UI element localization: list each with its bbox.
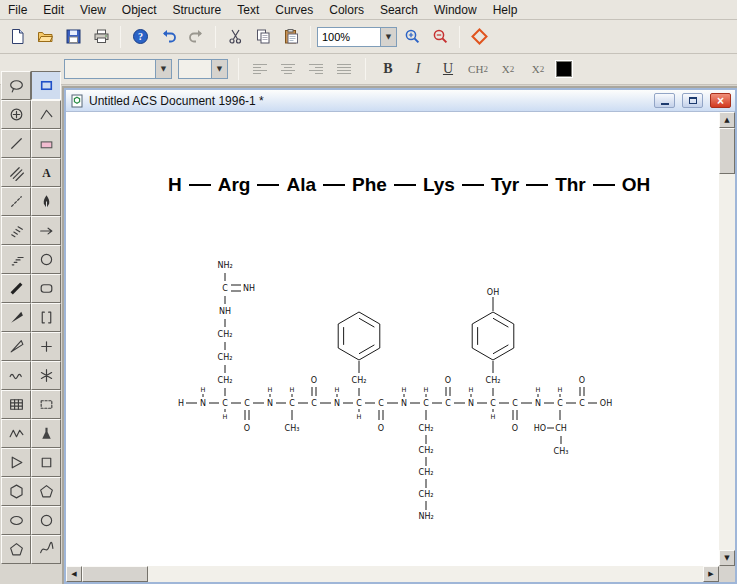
scroll-right-button[interactable]	[703, 566, 719, 582]
zoom-out-button[interactable]	[427, 24, 453, 50]
scroll-down-button[interactable]	[719, 550, 735, 566]
bracket-tool[interactable]	[31, 303, 61, 332]
square-tool[interactable]	[31, 448, 61, 477]
orbital-tool[interactable]	[31, 245, 61, 274]
curve-tool-icon	[38, 541, 55, 558]
curve-tool[interactable]	[31, 535, 61, 564]
lasso-tool[interactable]	[1, 71, 31, 100]
arrow-tool[interactable]	[31, 216, 61, 245]
polygon-ring-tool[interactable]	[1, 535, 31, 564]
help-button[interactable]: ?	[127, 24, 153, 50]
marquee-tool[interactable]	[31, 71, 61, 100]
menu-window[interactable]: Window	[426, 1, 485, 19]
hash-bond-tool[interactable]	[1, 216, 31, 245]
v-scroll-thumb[interactable]	[719, 128, 735, 174]
eraser-tool-icon	[38, 135, 55, 152]
close-button[interactable]	[710, 93, 731, 108]
color-swatch[interactable]	[556, 61, 572, 77]
atom-label: H	[268, 386, 273, 394]
subscript-button[interactable]: X2	[496, 57, 520, 81]
dashed-bond-tool[interactable]	[1, 187, 31, 216]
open-button[interactable]	[32, 24, 58, 50]
charge-plus-tool[interactable]	[31, 332, 61, 361]
bold-button[interactable]: B	[376, 57, 400, 81]
save-button[interactable]	[60, 24, 86, 50]
eraser-tool[interactable]	[31, 129, 61, 158]
asterisk-tool[interactable]	[31, 361, 61, 390]
align-right-button[interactable]	[305, 58, 327, 80]
menu-curves[interactable]: Curves	[267, 1, 321, 19]
selection-rect-tool-icon	[38, 396, 55, 413]
minimize-button[interactable]	[654, 93, 675, 108]
superscript-button[interactable]: X2	[526, 57, 550, 81]
zoom-dropdown-arrow[interactable]	[380, 28, 396, 46]
font-size-dropdown-arrow[interactable]	[211, 60, 227, 78]
zigzag-arrow-tool[interactable]	[1, 419, 31, 448]
multiple-bond-tool[interactable]	[1, 158, 31, 187]
menu-view[interactable]: View	[72, 1, 114, 19]
menu-colors[interactable]: Colors	[321, 1, 372, 19]
document-canvas[interactable]: HArgAlaPheLysTyrThrOH HNCCNCCNCCNCCNCCNC…	[66, 112, 719, 566]
marquee-tool-icon	[38, 77, 55, 94]
vertical-scrollbar[interactable]	[719, 112, 735, 566]
hexagon-ring-tool[interactable]	[1, 477, 31, 506]
solid-bond-tool[interactable]	[1, 129, 31, 158]
pen-tool[interactable]	[31, 187, 61, 216]
rotate-tool[interactable]	[1, 100, 31, 129]
align-left-button[interactable]	[249, 58, 271, 80]
clipart-tool[interactable]	[31, 419, 61, 448]
zoom-in-icon	[404, 28, 421, 45]
open-folder-icon	[37, 28, 54, 45]
print-button[interactable]	[88, 24, 114, 50]
rounded-rect-tool[interactable]	[31, 274, 61, 303]
circle-tool[interactable]	[31, 506, 61, 535]
hashed-wedge-tool[interactable]	[1, 245, 31, 274]
wedge-bond-tool[interactable]	[1, 303, 31, 332]
structure-svg[interactable]: HNCCNCCNCCNCCNCCNCCOHHHHHHHHHHHHHOOOOOOC…	[166, 252, 636, 532]
triangle-tool[interactable]	[1, 448, 31, 477]
undo-button[interactable]	[155, 24, 181, 50]
multiple-bond-tool-icon	[8, 164, 25, 181]
wavy-bond-tool[interactable]	[1, 361, 31, 390]
document-titlebar[interactable]: Untitled ACS Document 1996-1 *	[66, 90, 735, 112]
hollow-wedge-tool[interactable]	[1, 332, 31, 361]
selection-rect-tool[interactable]	[31, 390, 61, 419]
font-size-select[interactable]	[178, 59, 228, 79]
scroll-up-button[interactable]	[719, 112, 735, 128]
zoom-select[interactable]: 100%	[317, 27, 397, 47]
pentagon-ring-tool[interactable]	[31, 477, 61, 506]
menu-edit[interactable]: Edit	[35, 1, 72, 19]
font-family-dropdown-arrow[interactable]	[155, 60, 171, 78]
menu-structure[interactable]: Structure	[165, 1, 230, 19]
copy-button[interactable]	[250, 24, 276, 50]
align-center-button[interactable]	[277, 58, 299, 80]
menu-text[interactable]: Text	[229, 1, 267, 19]
menu-file[interactable]: File	[0, 1, 35, 19]
scroll-left-button[interactable]	[66, 566, 82, 582]
h-scroll-thumb[interactable]	[82, 566, 148, 582]
zoom-in-button[interactable]	[399, 24, 425, 50]
bold-bond-tool[interactable]	[1, 274, 31, 303]
new-document-button[interactable]	[4, 24, 30, 50]
menu-object[interactable]: Object	[114, 1, 165, 19]
paste-button[interactable]	[278, 24, 304, 50]
maximize-button[interactable]	[682, 93, 703, 108]
chemoffice-button[interactable]	[466, 24, 492, 50]
underline-button[interactable]: U	[436, 57, 460, 81]
table-tool[interactable]	[1, 390, 31, 419]
redo-button[interactable]	[183, 24, 209, 50]
text-tool[interactable]: A	[31, 158, 61, 187]
ellipse-tool[interactable]	[1, 506, 31, 535]
cut-button[interactable]	[222, 24, 248, 50]
font-family-select[interactable]	[64, 59, 172, 79]
menu-search[interactable]: Search	[372, 1, 426, 19]
horizontal-scrollbar[interactable]	[66, 566, 719, 582]
peptide-sequence[interactable]: HArgAlaPheLysTyrThrOH	[168, 174, 650, 196]
atom-label: CH	[555, 424, 567, 433]
angle-bond-tool[interactable]	[31, 100, 61, 129]
svg-text:A: A	[42, 167, 51, 180]
italic-button[interactable]: I	[406, 57, 430, 81]
formula-button[interactable]: CH2	[466, 57, 490, 81]
menu-help[interactable]: Help	[485, 1, 526, 19]
align-justify-button[interactable]	[333, 58, 355, 80]
